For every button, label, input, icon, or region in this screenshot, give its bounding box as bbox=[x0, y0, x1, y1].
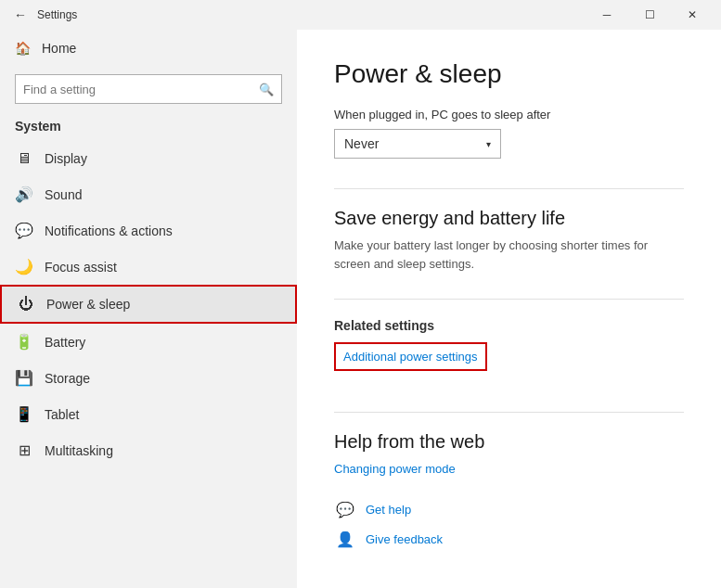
battery-icon: 🔋 bbox=[15, 333, 33, 351]
give-feedback-link[interactable]: Give feedback bbox=[366, 532, 443, 546]
save-energy-heading: Save energy and battery life bbox=[334, 208, 684, 229]
save-energy-desc: Make your battery last longer by choosin… bbox=[334, 236, 684, 273]
sound-icon: 🔊 bbox=[15, 185, 33, 203]
sidebar-item-label: Focus assist bbox=[45, 260, 117, 275]
back-button[interactable]: ← bbox=[7, 2, 33, 28]
give-feedback-icon: 👤 bbox=[334, 528, 356, 550]
additional-power-link[interactable]: Additional power settings bbox=[343, 350, 478, 364]
search-icon: 🔍 bbox=[251, 83, 281, 96]
home-label: Home bbox=[42, 41, 76, 56]
dropdown-value: Never bbox=[344, 136, 379, 151]
sidebar-item-label: Storage bbox=[45, 371, 90, 386]
close-button[interactable]: ✕ bbox=[671, 0, 714, 30]
divider-3 bbox=[334, 412, 684, 413]
app-body: 🏠 Home 🔍 System 🖥 Display 🔊 Sound 💬 Noti… bbox=[0, 30, 721, 588]
sidebar-item-multitasking[interactable]: ⊞ Multitasking bbox=[0, 432, 297, 468]
sidebar-item-label: Battery bbox=[45, 335, 85, 350]
sidebar-item-storage[interactable]: 💾 Storage bbox=[0, 360, 297, 396]
changing-power-mode-item[interactable]: Changing power mode bbox=[334, 462, 684, 476]
minimize-button[interactable]: ─ bbox=[586, 0, 628, 30]
get-help-icon: 💬 bbox=[334, 498, 356, 520]
help-web-title: Help from the web bbox=[334, 431, 684, 453]
sidebar-item-notifications[interactable]: 💬 Notifications & actions bbox=[0, 212, 297, 249]
sidebar-item-label: Power & sleep bbox=[46, 297, 130, 312]
sidebar-item-power[interactable]: ⏻ Power & sleep bbox=[0, 285, 297, 324]
sidebar-item-label: Sound bbox=[45, 187, 82, 202]
give-feedback-item[interactable]: 👤 Give feedback bbox=[334, 528, 684, 550]
divider-2 bbox=[334, 299, 684, 300]
sidebar: 🏠 Home 🔍 System 🖥 Display 🔊 Sound 💬 Noti… bbox=[0, 30, 297, 588]
help-links: Changing power mode bbox=[334, 462, 684, 476]
chevron-down-icon: ▾ bbox=[486, 139, 491, 149]
sidebar-item-sound[interactable]: 🔊 Sound bbox=[0, 176, 297, 212]
get-help-link[interactable]: Get help bbox=[366, 503, 411, 517]
changing-power-mode-link[interactable]: Changing power mode bbox=[334, 462, 456, 476]
sidebar-item-home[interactable]: 🏠 Home bbox=[0, 30, 297, 67]
power-icon: ⏻ bbox=[17, 296, 35, 313]
display-icon: 🖥 bbox=[15, 150, 33, 167]
sidebar-item-battery[interactable]: 🔋 Battery bbox=[0, 324, 297, 360]
home-icon: 🏠 bbox=[15, 41, 31, 56]
focus-icon: 🌙 bbox=[15, 258, 33, 275]
page-title: Power & sleep bbox=[334, 59, 684, 89]
window-controls: ─ ☐ ✕ bbox=[586, 0, 714, 30]
additional-power-box: Additional power settings bbox=[334, 342, 487, 371]
sidebar-item-label: Display bbox=[45, 151, 87, 166]
additional-power-link-item[interactable]: Additional power settings bbox=[343, 350, 478, 364]
app-title: Settings bbox=[33, 8, 586, 21]
sidebar-item-display[interactable]: 🖥 Display bbox=[0, 141, 297, 176]
titlebar: ← Settings ─ ☐ ✕ bbox=[0, 0, 721, 30]
bottom-links: 💬 Get help 👤 Give feedback bbox=[334, 498, 684, 550]
sidebar-item-tablet[interactable]: 📱 Tablet bbox=[0, 396, 297, 432]
sleep-dropdown[interactable]: Never ▾ bbox=[334, 129, 501, 159]
search-input[interactable] bbox=[16, 83, 251, 96]
get-help-item[interactable]: 💬 Get help bbox=[334, 498, 684, 520]
tablet-icon: 📱 bbox=[15, 405, 33, 423]
sidebar-item-focus[interactable]: 🌙 Focus assist bbox=[0, 249, 297, 285]
related-settings-title: Related settings bbox=[334, 318, 684, 333]
multitasking-icon: ⊞ bbox=[15, 441, 33, 459]
sidebar-section-title: System bbox=[0, 115, 297, 141]
maximize-button[interactable]: ☐ bbox=[628, 0, 671, 30]
sidebar-item-label: Notifications & actions bbox=[45, 224, 173, 238]
divider bbox=[334, 188, 684, 189]
storage-icon: 💾 bbox=[15, 369, 33, 387]
notifications-icon: 💬 bbox=[15, 222, 33, 239]
sidebar-item-label: Tablet bbox=[45, 407, 79, 422]
search-box[interactable]: 🔍 bbox=[15, 74, 282, 104]
main-panel: Power & sleep When plugged in, PC goes t… bbox=[297, 30, 721, 588]
sleep-label: When plugged in, PC goes to sleep after bbox=[334, 108, 684, 121]
sidebar-item-label: Multitasking bbox=[45, 443, 113, 458]
